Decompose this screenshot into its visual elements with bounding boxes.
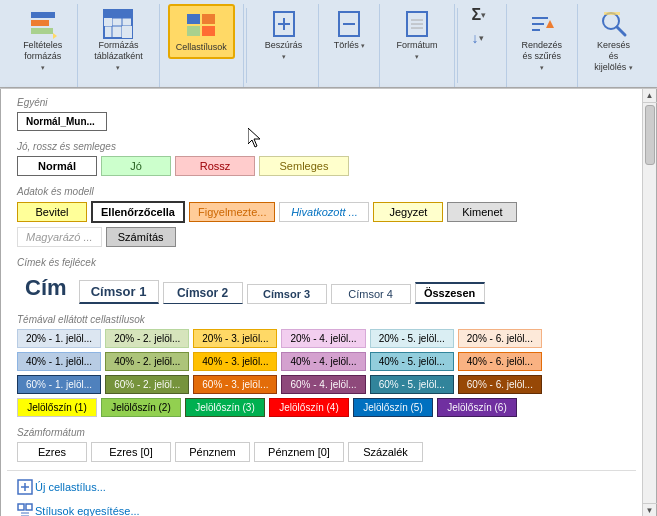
svg-rect-1	[31, 20, 49, 26]
cimsor4-cell[interactable]: Címsor 4	[331, 284, 411, 304]
conditional-format-button[interactable]: Feltételesformázás ▾	[16, 4, 69, 76]
scroll-track	[643, 103, 656, 503]
cimsor1-cell[interactable]: Címsor 1	[79, 280, 159, 304]
t60-1-cell[interactable]: 60% - 1. jelöl...	[17, 375, 101, 394]
hl-5-cell[interactable]: Jelölőszín (5)	[353, 398, 433, 417]
merge-styles-icon	[17, 503, 33, 516]
new-style-button[interactable]: Új cellastílus...	[7, 475, 636, 499]
t40-3-cell[interactable]: 40% - 3. jelöl...	[193, 352, 277, 371]
t40-5-cell[interactable]: 40% - 5. jelöl...	[370, 352, 454, 371]
scroll-thumb	[645, 105, 655, 165]
ribbon-group-search: Keresés éskijelölés ▾	[578, 4, 649, 87]
conditional-icon	[27, 8, 59, 40]
osszesen-cell[interactable]: Összesen	[415, 282, 485, 304]
cellastilus-dropdown: Egyéni Normál_Mun... Jó, rossz és semleg…	[0, 89, 657, 516]
t60-4-cell[interactable]: 60% - 4. jelöl...	[281, 375, 365, 394]
hl-6-cell[interactable]: Jelölőszín (6)	[437, 398, 517, 417]
t20-5-cell[interactable]: 20% - 5. jelöl...	[370, 329, 454, 348]
penznem-cell[interactable]: Pénznem	[175, 442, 250, 462]
cimsor2-cell[interactable]: Címsor 2	[163, 282, 243, 304]
t20-row: 20% - 1. jelöl... 20% - 2. jelöl... 20% …	[7, 327, 636, 350]
t40-6-cell[interactable]: 40% - 6. jelöl...	[458, 352, 542, 371]
jo-rossz-row: Normál Jó Rossz Semleges	[7, 154, 636, 178]
ribbon-group-sort: Rendezésés szűrés ▾	[507, 4, 579, 87]
scroll-up-arrow[interactable]: ▲	[643, 89, 657, 103]
t40-2-cell[interactable]: 40% - 2. jelöl...	[105, 352, 189, 371]
szazalek-cell[interactable]: Százalék	[348, 442, 423, 462]
hl-3-cell[interactable]: Jelölőszín (3)	[185, 398, 265, 417]
penznem0-cell[interactable]: Pénznem [0]	[254, 442, 344, 462]
svg-rect-31	[604, 12, 620, 15]
t20-6-cell[interactable]: 20% - 6. jelöl...	[458, 329, 542, 348]
insert-button[interactable]: Beszúrás ▾	[257, 4, 311, 66]
t40-row: 40% - 1. jelöl... 40% - 2. jelöl... 40% …	[7, 350, 636, 373]
dropdown-content: Egyéni Normál_Mun... Jó, rossz és semleg…	[1, 89, 642, 516]
t40-1-cell[interactable]: 40% - 1. jelöl...	[17, 352, 101, 371]
scrollbar[interactable]: ▲ ▼	[642, 89, 656, 516]
delete-label: Törlés ▾	[334, 40, 366, 51]
t60-2-cell[interactable]: 60% - 2. jelöl...	[105, 375, 189, 394]
merge-styles-label: Stílusok egyesítése...	[35, 505, 140, 516]
scroll-down-arrow[interactable]: ▼	[643, 503, 657, 516]
ribbon-group-format: Formátum ▾	[380, 4, 454, 87]
jegyzet-cell[interactable]: Jegyzet	[373, 202, 443, 222]
kimenet-cell[interactable]: Kimenet	[447, 202, 517, 222]
t40-4-cell[interactable]: 40% - 4. jelöl...	[281, 352, 365, 371]
t60-3-cell[interactable]: 60% - 3. jelöl...	[193, 375, 277, 394]
normal-cell[interactable]: Normál	[17, 156, 97, 176]
ellenorzocella-cell[interactable]: Ellenőrzőcella	[91, 201, 185, 223]
hl-1-cell[interactable]: Jelölőszín (1)	[17, 398, 97, 417]
ribbon: Feltételesformázás ▾	[0, 0, 657, 89]
figyelmezte-cell[interactable]: Figyelmezte...	[189, 202, 275, 222]
section-egyeni-header: Egyéni	[7, 93, 636, 110]
section-szam-header: Számformátum	[7, 423, 636, 440]
t20-2-cell[interactable]: 20% - 2. jelöl...	[105, 329, 189, 348]
t60-row: 60% - 1. jelöl... 60% - 2. jelöl... 60% …	[7, 373, 636, 396]
merge-styles-button[interactable]: Stílusok egyesítése...	[7, 499, 636, 516]
svg-marker-28	[546, 20, 554, 28]
jo-cell[interactable]: Jó	[101, 156, 171, 176]
ribbon-group-table: Formázástáblázatként ▾	[78, 4, 159, 87]
insert-label: Beszúrás ▾	[263, 40, 305, 62]
bevitel-cell[interactable]: Bevitel	[17, 202, 87, 222]
t60-6-cell[interactable]: 60% - 6. jelöl...	[458, 375, 542, 394]
hl-4-cell[interactable]: Jelölőszín (4)	[269, 398, 349, 417]
section-adatok-header: Adatok és modell	[7, 182, 636, 199]
ezres0-cell[interactable]: Ezres [0]	[91, 442, 171, 462]
semleges-cell[interactable]: Semleges	[259, 156, 349, 176]
cellastilus-button[interactable]: Cellastílusok	[168, 4, 235, 59]
cimsor3-cell[interactable]: Címsor 3	[247, 284, 327, 304]
sort-button[interactable]: Rendezésés szűrés ▾	[515, 4, 570, 76]
format-table-button[interactable]: Formázástáblázatként ▾	[86, 4, 150, 76]
t20-1-cell[interactable]: 20% - 1. jelöl...	[17, 329, 101, 348]
svg-rect-14	[187, 26, 200, 36]
ribbon-group-conditional: Feltételesformázás ▾	[8, 4, 78, 87]
section-tema-header: Témával ellátott cellastílusok	[7, 310, 636, 327]
egyeni-row: Normál_Mun...	[7, 110, 636, 133]
search-button[interactable]: Keresés éskijelölés ▾	[586, 4, 641, 76]
fill-button[interactable]: ↓ ▾	[468, 28, 498, 48]
svg-marker-3	[53, 33, 57, 39]
ribbon-group-sum: Σ ▾ ↓ ▾	[460, 4, 507, 87]
cim-cell[interactable]: Cím	[17, 272, 75, 304]
egyeni-normalmun-cell[interactable]: Normál_Mun...	[17, 112, 107, 131]
delete-button[interactable]: Törlés ▾	[327, 4, 371, 55]
conditional-label: Feltételesformázás ▾	[22, 40, 63, 72]
t60-5-cell[interactable]: 60% - 5. jelöl...	[370, 375, 454, 394]
t20-3-cell[interactable]: 20% - 3. jelöl...	[193, 329, 277, 348]
t20-4-cell[interactable]: 20% - 4. jelöl...	[281, 329, 365, 348]
format-table-label: Formázástáblázatként ▾	[92, 40, 144, 72]
hivatkozott-cell[interactable]: Hivatkozott ...	[279, 202, 369, 222]
rossz-cell[interactable]: Rossz	[175, 156, 255, 176]
highlight-row: Jelölőszín (1) Jelölőszín (2) Jelölőszín…	[7, 396, 636, 419]
format-button[interactable]: Formátum ▾	[388, 4, 445, 66]
autosum-button[interactable]: Σ ▾	[468, 4, 498, 26]
hl-2-cell[interactable]: Jelölőszín (2)	[101, 398, 181, 417]
ezres-cell[interactable]: Ezres	[17, 442, 87, 462]
svg-line-30	[617, 27, 625, 35]
ribbon-group-cellastilus: Cellastílusok	[160, 4, 244, 87]
szam-row: Ezres Ezres [0] Pénznem Pénznem [0] Száz…	[7, 440, 636, 464]
szamitas-cell[interactable]: Számítás	[106, 227, 176, 247]
magyarazo-cell[interactable]: Magyarázó ...	[17, 227, 102, 247]
sort-label: Rendezésés szűrés ▾	[521, 40, 564, 72]
